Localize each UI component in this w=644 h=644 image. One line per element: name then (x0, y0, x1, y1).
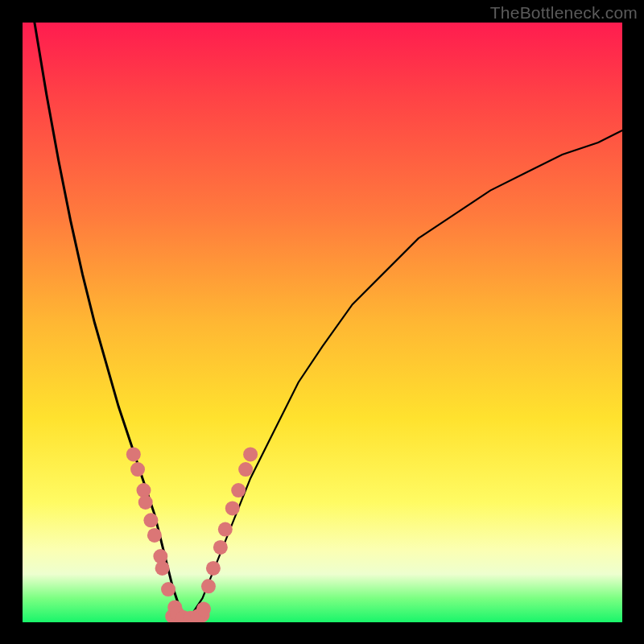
data-dot (147, 528, 162, 543)
data-dot (143, 513, 158, 527)
dot-group (126, 447, 258, 622)
data-dot (238, 462, 253, 477)
data-dot (201, 579, 216, 593)
chart-svg (23, 23, 622, 622)
data-dot (213, 540, 228, 555)
watermark-text: TheBottleneck.com (490, 3, 638, 23)
left-curve (35, 23, 184, 617)
data-dot (155, 561, 170, 576)
data-dot (196, 602, 211, 617)
data-dot (218, 522, 233, 537)
data-dot (138, 495, 153, 510)
right-curve (191, 130, 622, 616)
plot-area (23, 23, 622, 622)
data-dot (161, 582, 175, 597)
curve-group (35, 23, 622, 621)
data-dot (126, 447, 141, 461)
data-dot (130, 462, 145, 477)
data-dot (225, 501, 240, 515)
data-dot (243, 447, 258, 461)
data-dot (206, 561, 221, 576)
data-dot (231, 483, 246, 497)
chart-frame: TheBottleneck.com (0, 0, 644, 644)
